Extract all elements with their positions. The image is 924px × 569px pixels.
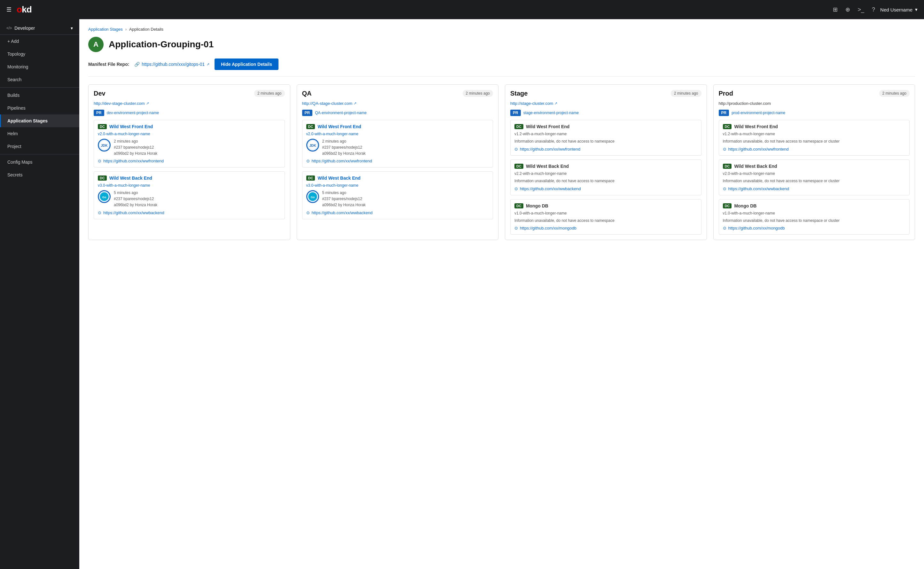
component-name[interactable]: Wild West Back End xyxy=(318,175,360,181)
stage-name: Dev xyxy=(94,90,105,97)
build-pr: #237 bparees/nodejs12 xyxy=(114,196,157,202)
sidebar-item-pipelines[interactable]: Pipelines xyxy=(0,102,79,114)
sidebar-item-config-maps[interactable]: Config Maps xyxy=(0,156,79,169)
topnav-icons: ⊞ ⊕ >_ ? xyxy=(833,6,875,13)
build-pr: #237 bparees/nodejs12 xyxy=(322,145,366,150)
component-header: DCWild West Front End xyxy=(515,124,697,129)
stage-name: Stage xyxy=(510,90,528,97)
terminal-icon[interactable]: >_ xyxy=(858,6,865,13)
sidebar-item-add[interactable]: + Add xyxy=(0,35,79,48)
component-version: v1.2-with-a-much-longer-name xyxy=(723,132,906,136)
app-avatar: A xyxy=(88,37,104,52)
component-name: Wild West Back End xyxy=(526,164,569,169)
github-link[interactable]: https://github.com/xx/wwfrontend xyxy=(312,158,372,163)
stage-url[interactable]: http://dev-stage-cluster.com ↗ xyxy=(94,101,285,106)
component-github: ⊙ https://github.com/xx/wwbackend xyxy=(306,210,489,215)
github-link[interactable]: https://github.com/xx/mongodb xyxy=(728,226,785,230)
build-info: 2 minutes ago #237 bparees/nodejs12 a096… xyxy=(322,139,366,156)
sidebar-item-monitoring[interactable]: Monitoring xyxy=(0,61,79,73)
dc-badge: DC xyxy=(515,164,524,169)
component-version: v2.2-with-a-much-longer-name xyxy=(515,171,697,176)
component-wwfrontend-1: DCWild West Front Endv2.0-with-a-much-lo… xyxy=(302,120,493,167)
stage-name: QA xyxy=(302,90,312,97)
env-badge-row: PR dev-environment-project-name xyxy=(94,110,285,116)
env-name: stage-environment-project-name xyxy=(524,111,579,115)
chevron-down-icon: ▾ xyxy=(71,26,73,31)
github-link[interactable]: https://github.com/xx/wwfrontend xyxy=(520,147,580,152)
github-icon: ⊙ xyxy=(723,147,726,152)
component-name[interactable]: Wild West Front End xyxy=(110,124,153,129)
sidebar-item-topology[interactable]: Topology xyxy=(0,48,79,61)
unavailable-msg: Information unavailable, do not have acc… xyxy=(515,139,697,144)
stage-time: 2 minutes ago xyxy=(254,90,285,97)
breadcrumb-current: Application Details xyxy=(129,27,163,32)
dc-badge: DC xyxy=(306,175,315,181)
component-build: Go 5 minutes ago #237 bparees/nodejs12 a… xyxy=(306,190,489,207)
component-header: DCMongo DB xyxy=(515,203,697,208)
dc-badge: DC xyxy=(723,124,732,129)
github-link[interactable]: https://github.com/xx/wwfrontend xyxy=(103,158,164,163)
unavailable-msg: Information unavailable, do not have acc… xyxy=(515,178,697,184)
chevron-down-icon: ▾ xyxy=(915,7,918,12)
manifest-link[interactable]: 🔗 https://github.com/xxx/gitops-01 ↗ xyxy=(134,62,209,67)
github-icon: ⊙ xyxy=(98,210,101,215)
github-icon: ⊙ xyxy=(306,210,310,215)
github-link[interactable]: https://github.com/xx/mongodb xyxy=(520,226,577,230)
component-github: ⊙ https://github.com/xx/wwbackend xyxy=(723,186,906,191)
env-badge-row: PR QA-environment-project-name xyxy=(302,110,493,116)
hamburger-icon[interactable]: ☰ xyxy=(6,6,12,13)
unavailable-msg: Information unavailable, do not have acc… xyxy=(723,218,906,224)
main-content: Application Stages › Application Details… xyxy=(79,19,924,569)
grid-icon[interactable]: ⊞ xyxy=(833,6,838,13)
unavailable-msg: Information unavailable, do not have acc… xyxy=(515,218,697,224)
github-link[interactable]: https://github.com/xx/wwbackend xyxy=(520,186,581,191)
breadcrumb-parent[interactable]: Application Stages xyxy=(88,27,123,32)
link-icon: ↗ xyxy=(146,101,149,105)
add-icon[interactable]: ⊕ xyxy=(845,6,850,13)
stage-url[interactable]: http://stage-cluster.com ↗ xyxy=(510,101,702,106)
build-commit: a096bd2 by Honza Horak xyxy=(322,202,366,208)
build-pr: #237 bparees/nodejs12 xyxy=(114,145,157,150)
sidebar-item-secrets[interactable]: Secrets xyxy=(0,169,79,181)
stage-header: Stage 2 minutes ago xyxy=(510,90,702,97)
logo: okd xyxy=(17,5,32,15)
sidebar-item-builds[interactable]: Builds xyxy=(0,89,79,102)
component-header: DCWild West Front End xyxy=(306,124,489,129)
component-wwbackend-3: DCWild West Back Endv2.0-with-a-much-lon… xyxy=(719,160,910,195)
component-version: v2.0-with-a-much-longer-name xyxy=(306,132,489,136)
help-icon[interactable]: ? xyxy=(872,6,875,13)
build-time: 5 minutes ago xyxy=(322,190,366,196)
github-link[interactable]: https://github.com/xx/wwbackend xyxy=(312,210,373,215)
github-link[interactable]: https://github.com/xx/wwbackend xyxy=(103,210,164,215)
build-time: 2 minutes ago xyxy=(114,139,157,144)
github-link[interactable]: https://github.com/xx/wwfrontend xyxy=(728,147,789,152)
hide-application-details-button[interactable]: Hide Application Details xyxy=(215,58,279,70)
component-wwfrontend-3: DCWild West Front Endv1.2-with-a-much-lo… xyxy=(719,120,910,156)
build-avatar: Go xyxy=(98,190,111,203)
env-badge-row: PR prod-environment-project-name xyxy=(719,110,910,116)
github-icon: ⊙ xyxy=(723,226,726,230)
stage-card-dev: Dev 2 minutes ago http://dev-stage-clust… xyxy=(88,84,290,240)
topnav: ☰ okd ⊞ ⊕ >_ ? Ned Username ▾ xyxy=(0,0,924,19)
stage-url[interactable]: http://QA-stage-cluster.com ↗ xyxy=(302,101,493,106)
sidebar-item-helm[interactable]: Helm xyxy=(0,127,79,140)
breadcrumb: Application Stages › Application Details xyxy=(88,27,915,32)
github-link[interactable]: https://github.com/xx/wwbackend xyxy=(728,186,789,191)
user-menu[interactable]: Ned Username ▾ xyxy=(880,7,918,12)
sidebar-divider-2 xyxy=(0,154,79,154)
stage-name: Prod xyxy=(719,90,734,97)
component-name[interactable]: Wild West Front End xyxy=(318,124,361,129)
component-wwbackend-0: DCWild West Back Endv3.0-with-a-much-lon… xyxy=(94,171,285,219)
sidebar-developer[interactable]: </> Developer ▾ xyxy=(0,22,79,35)
stage-url: http://production-cluster.com xyxy=(719,101,910,106)
stage-time: 2 minutes ago xyxy=(671,90,701,97)
manifest-bar: Manifest File Repo: 🔗 https://github.com… xyxy=(88,58,915,77)
component-header: DCWild West Front End xyxy=(723,124,906,129)
component-github: ⊙ https://github.com/xx/wwfrontend xyxy=(515,147,697,152)
sidebar-item-search[interactable]: Search xyxy=(0,73,79,86)
component-github: ⊙ https://github.com/xx/wwfrontend xyxy=(723,147,906,152)
sidebar-item-project[interactable]: Project xyxy=(0,140,79,153)
component-name[interactable]: Wild West Back End xyxy=(110,175,152,181)
sidebar-item-application-stages[interactable]: Application Stages xyxy=(0,114,79,127)
manifest-url: https://github.com/xxx/gitops-01 xyxy=(142,62,205,67)
